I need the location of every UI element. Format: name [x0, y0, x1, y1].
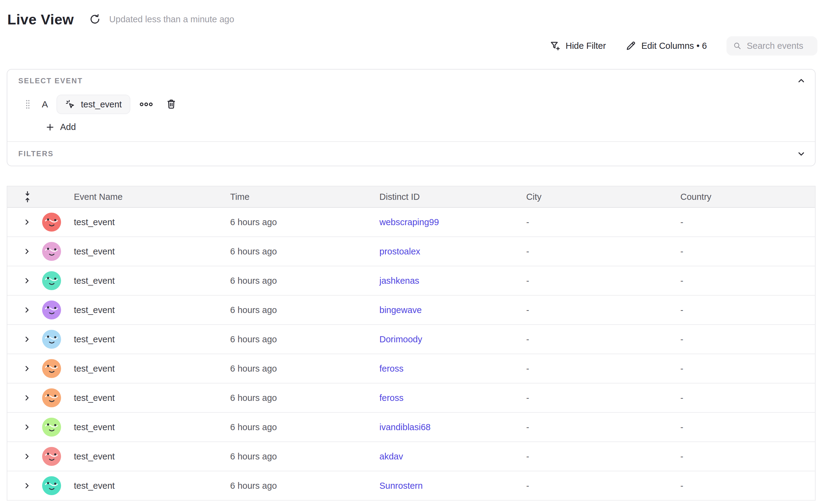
distinct-id-link[interactable]: Dorimoody — [380, 335, 422, 344]
expand-row-button[interactable] — [22, 482, 31, 490]
city-cell: - — [518, 364, 672, 374]
distinct-id-link[interactable]: webscraping99 — [380, 217, 439, 227]
city-cell: - — [518, 276, 672, 286]
distinct-id-cell: akdav — [371, 451, 518, 462]
edit-columns-button[interactable]: Edit Columns • 6 — [626, 40, 707, 51]
distinct-id-cell: ivandiblasi68 — [371, 422, 518, 432]
time-cell: 6 hours ago — [222, 217, 371, 227]
user-avatar — [42, 418, 61, 436]
event-name-cell: test_event — [66, 364, 222, 374]
table-row: test_event 6 hours ago akdav - - — [7, 442, 815, 471]
filters-section-header: FILTERS — [7, 142, 815, 166]
city-cell: - — [518, 217, 672, 227]
event-name-cell: test_event — [66, 276, 222, 286]
expand-row-button[interactable] — [22, 218, 31, 227]
distinct-id-link[interactable]: bingewave — [380, 305, 422, 315]
add-button-label: Add — [60, 122, 76, 132]
event-name-cell: test_event — [66, 247, 222, 256]
collapse-select-event-button[interactable] — [797, 76, 806, 86]
pencil-icon — [626, 40, 636, 51]
time-cell: 6 hours ago — [222, 451, 371, 462]
select-event-section-header: SELECT EVENT — [7, 70, 815, 86]
user-avatar — [42, 389, 61, 407]
expand-row-button[interactable] — [22, 423, 31, 431]
event-name-cell: test_event — [66, 305, 222, 315]
chevron-right-icon — [22, 335, 31, 343]
distinct-id-cell: bingewave — [371, 305, 518, 315]
ellipsis-icon — [140, 102, 153, 107]
delete-event-button[interactable] — [166, 99, 177, 110]
expand-row-button[interactable] — [22, 306, 31, 314]
expand-row-button[interactable] — [22, 364, 31, 373]
event-row: A test_event — [25, 94, 815, 114]
table-row: test_event 6 hours ago Sunrostern - - — [7, 471, 815, 501]
city-cell: - — [518, 393, 672, 403]
expand-row-button[interactable] — [22, 247, 31, 256]
hide-filter-button[interactable]: Hide Filter — [550, 40, 606, 51]
distinct-id-cell: feross — [371, 393, 518, 403]
table-row: test_event 6 hours ago bingewave - - — [7, 295, 815, 325]
table-row: test_event 6 hours ago jashkenas - - — [7, 266, 815, 295]
expand-row-button[interactable] — [22, 335, 31, 343]
search-events-input[interactable] — [747, 41, 811, 51]
drag-dots-icon — [25, 99, 30, 109]
event-select-chip[interactable]: test_event — [56, 94, 130, 114]
distinct-id-link[interactable]: akdav — [380, 451, 403, 461]
country-cell: - — [672, 217, 815, 227]
distinct-id-link[interactable]: ivandiblasi68 — [380, 422, 431, 432]
distinct-id-link[interactable]: feross — [380, 364, 403, 374]
chevron-right-icon — [22, 247, 31, 256]
collapse-rows-icon — [22, 191, 32, 203]
distinct-id-link[interactable]: feross — [380, 393, 403, 403]
distinct-id-link[interactable]: jashkenas — [380, 276, 419, 286]
column-header-city: City — [518, 192, 672, 202]
events-table: Event Name Time Distinct ID City Country… — [7, 186, 816, 501]
table-header-row: Event Name Time Distinct ID City Country — [7, 186, 815, 208]
select-event-label: SELECT EVENT — [18, 76, 83, 85]
refresh-icon — [89, 14, 101, 25]
chevron-down-icon — [797, 149, 806, 158]
city-cell: - — [518, 335, 672, 344]
distinct-id-cell: feross — [371, 364, 518, 374]
search-icon — [733, 41, 741, 51]
table-row: test_event 6 hours ago prostoalex - - — [7, 237, 815, 266]
refresh-button[interactable] — [89, 14, 101, 25]
event-name-cell: test_event — [66, 481, 222, 491]
expand-filters-button[interactable] — [797, 149, 806, 158]
distinct-id-link[interactable]: prostoalex — [380, 247, 420, 256]
chevron-right-icon — [22, 452, 31, 461]
chevron-right-icon — [22, 423, 31, 431]
distinct-id-link[interactable]: Sunrostern — [380, 481, 423, 490]
chevron-right-icon — [22, 394, 31, 402]
collapse-all-rows-button[interactable] — [22, 191, 32, 203]
distinct-id-cell: Dorimoody — [371, 335, 518, 344]
time-cell: 6 hours ago — [222, 335, 371, 344]
country-cell: - — [672, 335, 815, 344]
time-cell: 6 hours ago — [222, 422, 371, 432]
search-events-box[interactable] — [727, 36, 818, 55]
distinct-id-cell: webscraping99 — [371, 217, 518, 227]
table-row: test_event 6 hours ago feross - - — [7, 354, 815, 383]
chevron-right-icon — [22, 364, 31, 373]
user-avatar — [42, 242, 61, 261]
event-letter-label: A — [42, 99, 48, 109]
add-event-button[interactable]: Add — [46, 122, 76, 132]
time-cell: 6 hours ago — [222, 364, 371, 374]
expand-row-button[interactable] — [22, 452, 31, 461]
expand-row-button[interactable] — [22, 276, 31, 285]
filter-plus-icon — [550, 40, 561, 51]
page-title: Live View — [7, 11, 74, 28]
user-avatar — [42, 213, 61, 232]
event-more-options-button[interactable] — [140, 102, 153, 107]
user-avatar — [42, 476, 61, 495]
column-header-country: Country — [672, 192, 815, 202]
event-name-cell: test_event — [66, 217, 222, 227]
drag-handle[interactable] — [25, 99, 30, 109]
time-cell: 6 hours ago — [222, 247, 371, 256]
city-cell: - — [518, 451, 672, 462]
country-cell: - — [672, 305, 815, 315]
page-header: Live View Updated less than a minute ago — [0, 0, 840, 29]
toolbar: Hide Filter Edit Columns • 6 — [0, 36, 840, 55]
expand-row-button[interactable] — [22, 394, 31, 402]
table-row: test_event 6 hours ago Dorimoody - - — [7, 325, 815, 354]
